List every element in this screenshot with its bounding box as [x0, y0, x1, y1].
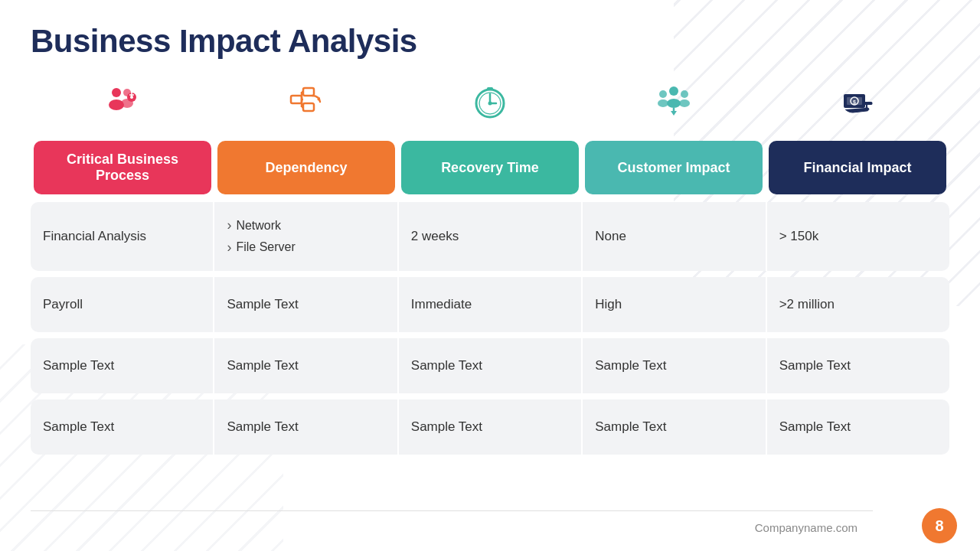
page-title: Business Impact Analysis — [31, 23, 949, 60]
cell-r2-c4: High — [583, 277, 766, 332]
cell-r1-c2: Network File Server — [214, 202, 398, 271]
cell-r3-c2: Sample Text — [214, 338, 398, 393]
critical-process-icon-cell — [31, 75, 214, 129]
svg-point-25 — [681, 90, 688, 98]
data-rows: Financial Analysis Network File Server 2… — [31, 202, 949, 455]
header-recovery-time: Recovery Time — [401, 141, 579, 194]
svg-point-26 — [667, 99, 681, 108]
svg-rect-20 — [487, 87, 493, 90]
cell-r1-c5: > 150k — [767, 202, 949, 271]
cell-r3-c1: Sample Text — [31, 338, 214, 393]
cell-r3-c5: Sample Text — [767, 338, 949, 393]
table-row: Sample Text Sample Text Sample Text Samp… — [31, 338, 949, 393]
customer-impact-icon — [654, 82, 694, 122]
svg-point-27 — [658, 99, 668, 107]
table-row: Sample Text Sample Text Sample Text Samp… — [31, 399, 949, 455]
dependency-list: Network File Server — [227, 214, 295, 259]
svg-rect-6 — [291, 96, 302, 103]
cell-r1-c1: Financial Analysis — [31, 202, 214, 271]
cell-r3-c4: Sample Text — [583, 338, 766, 393]
customer-impact-icon-cell — [582, 75, 766, 129]
main-container: Business Impact Analysis — [0, 0, 980, 470]
header-financial-impact: Financial Impact — [769, 141, 946, 194]
cell-r4-c3: Sample Text — [399, 399, 583, 455]
svg-rect-7 — [303, 88, 314, 96]
header-row: Critical Business Process Dependency Rec… — [31, 141, 949, 194]
recovery-time-icon-cell — [398, 75, 582, 129]
cell-r3-c3: Sample Text — [399, 338, 583, 393]
svg-point-5 — [130, 96, 133, 99]
cell-r4-c4: Sample Text — [583, 399, 766, 455]
svg-rect-8 — [303, 103, 314, 111]
cell-r2-c3: Immediate — [399, 277, 583, 332]
list-item: File Server — [227, 236, 295, 259]
dependency-icon-cell — [214, 75, 398, 129]
cell-r2-c2: Sample Text — [214, 277, 398, 332]
cell-r4-c5: Sample Text — [767, 399, 949, 455]
company-name: Companyname.com — [755, 521, 858, 534]
header-customer-impact: Customer Impact — [585, 141, 763, 194]
svg-point-28 — [679, 99, 690, 107]
critical-process-icon — [103, 82, 142, 122]
cell-r1-c4: None — [583, 202, 766, 271]
cell-r1-c3: 2 weeks — [399, 202, 583, 271]
header-dependency: Dependency — [217, 141, 395, 194]
financial-impact-icon: $ — [838, 82, 877, 122]
cell-r4-c2: Sample Text — [214, 399, 398, 455]
footer-divider — [31, 510, 873, 511]
svg-point-24 — [659, 90, 667, 98]
cell-r2-c1: Payroll — [31, 277, 214, 332]
svg-point-23 — [669, 86, 678, 96]
svg-point-19 — [488, 102, 492, 106]
financial-impact-icon-cell: $ — [766, 75, 949, 129]
cell-r2-c5: >2 million — [767, 277, 949, 332]
cell-r4-c1: Sample Text — [31, 399, 214, 455]
page-number: 8 — [922, 508, 957, 543]
table-row: Financial Analysis Network File Server 2… — [31, 202, 949, 271]
recovery-time-icon — [470, 82, 510, 122]
list-item: Network — [227, 214, 295, 236]
header-critical-process: Critical Business Process — [34, 141, 211, 194]
table-row: Payroll Sample Text Immediate High >2 mi… — [31, 277, 949, 332]
icons-row: $ — [31, 75, 949, 129]
svg-marker-30 — [671, 111, 677, 116]
dependency-icon — [286, 82, 326, 122]
svg-text:$: $ — [853, 99, 856, 106]
svg-point-0 — [112, 88, 121, 97]
